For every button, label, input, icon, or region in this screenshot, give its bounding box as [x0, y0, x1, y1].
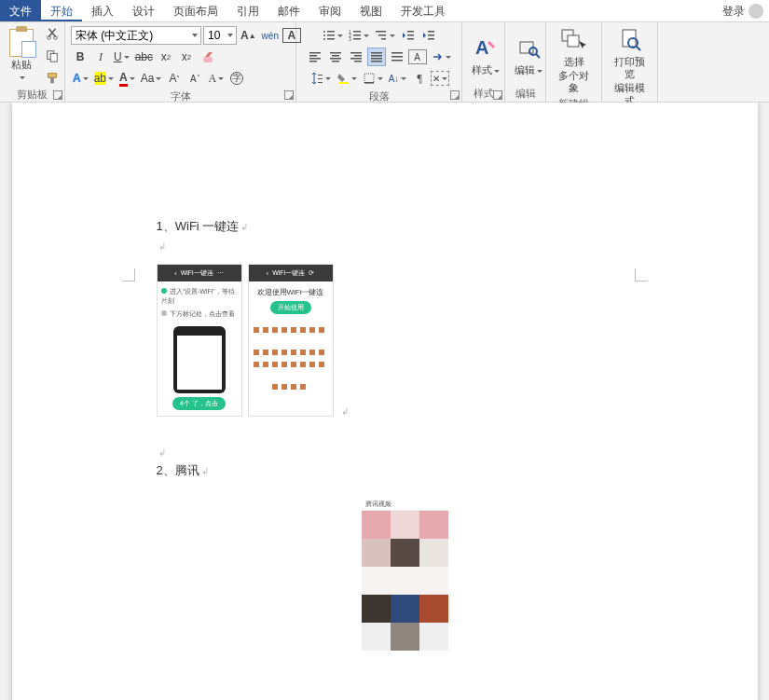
svg-rect-8: [327, 31, 335, 33]
paragraph-mark-icon: ↲: [341, 406, 349, 417]
cut-button[interactable]: [43, 24, 62, 43]
subscript-button[interactable]: x2: [157, 48, 175, 66]
phonetic-guide-button[interactable]: wén: [260, 26, 281, 45]
multilevel-list-button[interactable]: [373, 26, 397, 45]
tab-references[interactable]: 引用: [227, 0, 268, 21]
doc-heading-1[interactable]: 1、WiFi 一键连↲: [157, 218, 758, 235]
svg-rect-18: [353, 38, 361, 40]
svg-point-11: [323, 38, 325, 40]
figure-row-1[interactable]: ‹WiFi一键连⋯ 进入"设置-WiFi"，等待片刻 下方标记处，点击查看 4个…: [157, 264, 758, 417]
highlight-button[interactable]: ab: [92, 69, 116, 88]
char-shading-button[interactable]: 字: [227, 69, 246, 88]
paragraph-dialog-launcher[interactable]: [450, 90, 460, 100]
superscript-button[interactable]: x2: [177, 48, 196, 66]
tab-developer[interactable]: 开发工具: [391, 0, 455, 21]
grow-font2-button[interactable]: A˄: [165, 69, 184, 88]
grow-font-button[interactable]: A▲: [239, 26, 258, 45]
format-painter-button[interactable]: [43, 69, 62, 88]
tab-layout[interactable]: 页面布局: [164, 0, 227, 21]
margin-corner-icon: [635, 268, 648, 281]
styles-button[interactable]: A 样式: [466, 33, 505, 78]
underline-button[interactable]: U: [112, 48, 131, 66]
doc-heading-2[interactable]: 2、腾讯↲: [157, 462, 758, 479]
change-case-button[interactable]: Aa: [139, 69, 164, 88]
line-spacing-button[interactable]: [309, 69, 333, 88]
sort-button[interactable]: A↓: [387, 69, 409, 88]
editing-label: 编辑: [515, 64, 542, 76]
print-preview-label1: 打印预览: [611, 56, 648, 80]
font-size-combo[interactable]: 10: [203, 26, 237, 45]
font-dialog-launcher[interactable]: [284, 90, 294, 100]
paste-button[interactable]: 粘贴: [4, 27, 39, 85]
svg-rect-47: [318, 75, 323, 75]
screenshot-image-mosaic: 腾讯视频: [362, 498, 449, 651]
font-name-combo[interactable]: 宋体 (中文正文): [71, 26, 201, 45]
asian-layout-button[interactable]: A: [408, 49, 427, 64]
account-login[interactable]: 登录: [717, 0, 769, 21]
document-area[interactable]: 1、WiFi 一键连↲ ↲ ‹WiFi一键连⋯ 进入"设置-WiFi"，等待片刻…: [0, 103, 769, 700]
svg-rect-35: [332, 61, 339, 62]
clear-formatting-button[interactable]: [198, 48, 216, 66]
strikethrough-button[interactable]: abc: [133, 48, 155, 66]
numbering-button[interactable]: 123: [347, 26, 371, 45]
svg-rect-52: [364, 82, 374, 84]
svg-rect-20: [378, 34, 386, 36]
text-effects-button[interactable]: A: [71, 69, 90, 88]
copy-button[interactable]: [43, 47, 62, 65]
svg-rect-37: [354, 55, 362, 57]
select-objects-label1: 选择: [564, 56, 584, 68]
shading-button[interactable]: [335, 69, 359, 88]
svg-rect-38: [350, 58, 362, 60]
tab-insert[interactable]: 插入: [82, 0, 123, 21]
align-justify-button[interactable]: [367, 48, 386, 66]
snap-to-grid-button[interactable]: ✕: [431, 71, 449, 86]
group-editing: 编辑 编辑: [505, 22, 546, 102]
select-multiple-objects-button[interactable]: 选择 多个对象: [550, 24, 597, 97]
align-center-button[interactable]: [326, 48, 345, 66]
svg-rect-33: [332, 55, 339, 57]
tab-mailings[interactable]: 邮件: [268, 0, 309, 21]
svg-text:A: A: [475, 37, 488, 58]
paragraph-mark-icon: ↲: [201, 466, 209, 476]
find-icon: [515, 34, 542, 62]
svg-rect-14: [353, 31, 361, 33]
text-direction-button[interactable]: [429, 48, 453, 66]
svg-rect-26: [428, 34, 434, 36]
select-objects-icon: [560, 26, 588, 54]
increase-indent-button[interactable]: [419, 26, 438, 45]
svg-rect-49: [318, 82, 323, 83]
shrink-font-button[interactable]: A˅: [185, 69, 204, 88]
group-font-label: 字体: [69, 89, 292, 103]
align-left-button[interactable]: [306, 48, 324, 66]
svg-rect-36: [350, 52, 362, 54]
enclose-char-button[interactable]: A: [206, 69, 226, 88]
tab-file[interactable]: 文件: [0, 0, 41, 21]
italic-button[interactable]: I: [91, 48, 110, 66]
svg-rect-23: [407, 34, 414, 36]
align-distributed-button[interactable]: [388, 48, 406, 66]
page[interactable]: 1、WiFi 一键连↲ ↲ ‹WiFi一键连⋯ 进入"设置-WiFi"，等待片刻…: [12, 103, 758, 700]
decrease-indent-button[interactable]: [399, 26, 418, 45]
tab-view[interactable]: 视图: [350, 0, 391, 21]
bullets-button[interactable]: [321, 26, 345, 45]
print-preview-edit-button[interactable]: 打印预览 编辑模式: [606, 24, 653, 109]
svg-rect-10: [327, 34, 335, 36]
svg-rect-41: [371, 55, 382, 57]
tab-review[interactable]: 审阅: [309, 0, 350, 21]
paragraph-mark-icon: ↲: [158, 447, 166, 458]
tab-home[interactable]: 开始: [41, 0, 82, 21]
styles-label: 样式: [472, 64, 500, 76]
group-clipboard: 粘贴 剪贴板: [0, 22, 65, 102]
svg-rect-57: [568, 35, 579, 47]
show-marks-button[interactable]: ¶: [410, 69, 429, 88]
editing-button[interactable]: 编辑: [509, 33, 548, 78]
styles-dialog-launcher[interactable]: [493, 90, 502, 100]
svg-rect-42: [371, 58, 382, 60]
tab-design[interactable]: 设计: [123, 0, 164, 21]
bold-button[interactable]: B: [71, 48, 89, 66]
styles-icon: A: [472, 34, 500, 62]
borders-button[interactable]: [361, 69, 385, 88]
align-right-button[interactable]: [347, 48, 365, 66]
font-color-button[interactable]: A: [117, 69, 137, 88]
clipboard-dialog-launcher[interactable]: [53, 90, 62, 100]
